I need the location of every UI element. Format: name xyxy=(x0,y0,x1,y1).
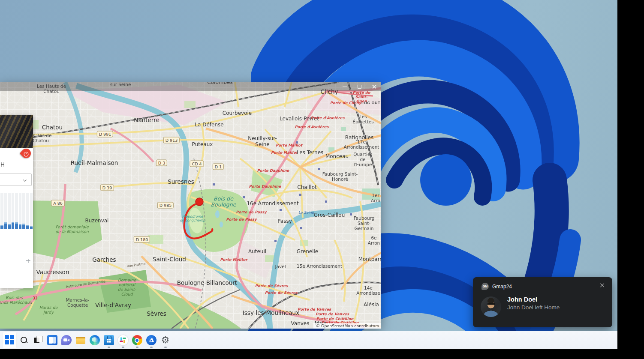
chat-button[interactable] xyxy=(59,332,73,349)
gmap24-window[interactable]: Les Hauts de Chatousur-SeineColombesClic… xyxy=(0,82,381,329)
location-pin-icon[interactable] xyxy=(19,147,33,160)
notification-toast[interactable]: GM Gmap24 John Doel John Doel left Home xyxy=(473,277,612,327)
location-marker xyxy=(196,198,203,206)
store-button[interactable] xyxy=(102,332,116,349)
maximize-button[interactable] xyxy=(352,82,367,91)
running-indicator xyxy=(164,347,167,348)
chat-icon xyxy=(61,335,72,345)
side-panel: H + xyxy=(0,115,33,288)
desktop: Les Hauts de Chatousur-SeineColombesClic… xyxy=(0,0,617,349)
histogram-column xyxy=(8,193,11,229)
search-button[interactable] xyxy=(17,332,31,349)
widgets-button[interactable] xyxy=(45,332,59,349)
chrome-icon xyxy=(132,335,142,345)
toast-header: GM Gmap24 xyxy=(481,283,512,290)
edge-button[interactable] xyxy=(87,332,102,349)
slack-icon xyxy=(118,335,128,345)
windows-logo-icon xyxy=(5,335,15,345)
minimize-icon xyxy=(343,87,347,87)
gmap-app-button[interactable] xyxy=(144,332,158,349)
running-indicator xyxy=(108,347,110,348)
chrome-button[interactable] xyxy=(130,332,144,349)
running-indicator xyxy=(136,347,138,348)
histogram-column xyxy=(4,193,7,229)
camera-snapshot xyxy=(0,115,33,148)
gmap-app-icon xyxy=(146,335,156,345)
toast-title: John Doel xyxy=(507,296,537,303)
edge-icon xyxy=(90,335,100,345)
window-titlebar[interactable] xyxy=(0,82,381,91)
histogram-column xyxy=(0,193,3,229)
histogram-column xyxy=(19,193,22,229)
avatar xyxy=(481,296,501,317)
store-icon xyxy=(104,335,114,345)
activity-histogram xyxy=(0,193,33,229)
folder-icon xyxy=(75,335,86,345)
start-button[interactable] xyxy=(3,332,17,349)
close-icon xyxy=(372,84,376,89)
chevron-down-icon xyxy=(23,178,27,182)
histogram-column xyxy=(22,193,25,229)
zoom-in-control[interactable]: + xyxy=(26,256,31,266)
settings-button[interactable]: ⚙ xyxy=(158,332,172,349)
file-explorer-button[interactable] xyxy=(73,332,87,349)
gear-icon: ⚙ xyxy=(160,335,171,345)
toast-app-name: Gmap24 xyxy=(492,284,512,290)
close-button[interactable] xyxy=(367,82,381,91)
map-attribution: © OpenStreetMap contributors xyxy=(313,323,381,329)
gmap24-app-icon: GM xyxy=(481,283,489,290)
search-icon xyxy=(20,336,28,344)
logout-button[interactable]: LOG OUT xyxy=(361,101,380,105)
slack-button[interactable] xyxy=(116,332,130,349)
panel-heading: H xyxy=(0,161,5,168)
minimize-button[interactable] xyxy=(337,82,352,91)
widgets-icon xyxy=(47,335,57,345)
histogram-column xyxy=(12,193,15,229)
running-indicator xyxy=(150,347,153,348)
toast-close-button[interactable] xyxy=(599,282,605,288)
maximize-icon xyxy=(358,85,361,89)
running-indicator xyxy=(122,347,124,348)
taskbar: ⚙ GM ENG UK 17:16 5/5/2024 1 xyxy=(0,331,617,349)
histogram-column xyxy=(30,193,33,229)
histogram-column xyxy=(26,193,29,229)
map-canvas[interactable] xyxy=(0,82,381,329)
task-view-button[interactable] xyxy=(31,332,45,349)
task-view-icon xyxy=(33,335,43,345)
panel-dropdown[interactable] xyxy=(0,174,32,186)
taskbar-icons: ⚙ xyxy=(3,331,172,349)
histogram-column xyxy=(15,193,18,229)
toast-message: John Doel left Home xyxy=(507,304,560,311)
